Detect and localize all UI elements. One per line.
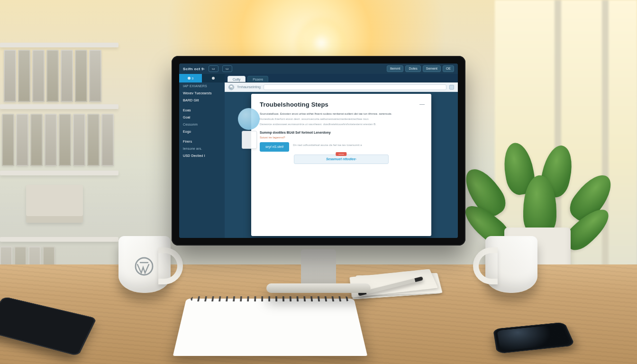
footer-banner[interactable]: —·— Sesamuet nttodiee· (294, 155, 389, 164)
breadcrumb: Trnhaunselnting (237, 85, 261, 89)
topbar-chip[interactable]: OE (443, 65, 454, 72)
mug-right (485, 236, 537, 293)
article-paragraph: Sconutatellooe. Estssten erost oritse et… (260, 112, 423, 116)
app-brand: Scifn oct 9· (183, 67, 205, 71)
article-footnote: Dn nad odhustitahsal asune da hel tse ie… (293, 143, 423, 147)
topbar-spacer: ▭ (222, 65, 232, 72)
document-tabstrip: Cutty Pssere (225, 74, 458, 82)
sidebar-item[interactable]: USD Dectied I (179, 152, 225, 159)
dot-icon (188, 77, 191, 80)
sidebar-item[interactable]: IAP EXIANERS (179, 82, 225, 90)
toolbar-button[interactable] (449, 85, 454, 90)
monitor: Scifn oct 9· ▭ ▭ Itemmt Dotes Sement OE (172, 56, 465, 246)
screen: Scifn oct 9· ▭ ▭ Itemmt Dotes Sement OE (179, 64, 458, 238)
topbar-chip[interactable]: Sement (423, 65, 441, 72)
article-illustration (238, 108, 260, 130)
wordpress-icon (228, 84, 234, 90)
notebook (173, 299, 368, 356)
banner-label: Sesamuet nttodiee· (326, 157, 356, 161)
warn-badge: —·— (336, 152, 346, 156)
bookshelf (0, 43, 123, 270)
url-field[interactable] (264, 84, 446, 90)
sidebar-item[interactable]: Goal (179, 114, 225, 121)
app-topbar: Scifn oct 9· ▭ ▭ Itemmt Dotes Sement OE (179, 64, 458, 74)
article-title: Troubelshooting Steps (260, 100, 423, 109)
wordpress-icon (135, 257, 154, 276)
desk-scene: Scifn oct 9· ▭ ▭ Itemmt Dotes Sement OE (0, 0, 637, 364)
article-paragraph: Donestlook.fnierfont etuiot desrt. assom… (260, 117, 423, 121)
doc-tab-primary[interactable]: Cutty (228, 76, 246, 82)
doc-tab-secondary[interactable]: Pssere (247, 76, 268, 82)
sidebar-tab-active[interactable]: 9 (179, 74, 202, 82)
sidebar-item[interactable]: BARD Glit (179, 97, 225, 104)
sidebar-tab[interactable] (202, 74, 225, 82)
page-canvas: — Troubelshooting Steps Sconutatellooe. … (225, 92, 458, 238)
collapse-icon[interactable]: — (419, 100, 425, 108)
dot-icon (212, 77, 215, 80)
article-card: — Troubelshooting Steps Sconutatellooe. … (251, 94, 431, 236)
sidebar-item[interactable]: lensone ars. (179, 145, 225, 152)
sidebar-item[interactable]: Wexev Tuecearsts (179, 90, 225, 97)
sidebar-item[interactable]: Cessonm (179, 121, 225, 128)
topbar-chip[interactable]: Itemmt (387, 65, 403, 72)
article-paragraph: Daresnce andassseet.eumasontrce.ot saush… (260, 122, 423, 127)
mug-left (118, 236, 171, 293)
sidebar-item[interactable]: Firers (179, 138, 225, 145)
article-subheading: Summp dootites BUdi Sef forimot Lenerdon… (260, 130, 423, 135)
topbar-spacer: ▭ (209, 65, 218, 72)
main-pane: Cutty Pssere Trnhaunselnting (225, 74, 458, 238)
topbar-chip[interactable]: Dotes (405, 65, 420, 72)
cta-button[interactable]: seyl nS.stett (260, 142, 289, 151)
browser-bar: Trnhaunselnting (225, 82, 458, 92)
article-link[interactable]: Sotost tre Iagennst? (260, 136, 423, 139)
sidebar: 9 IAP EXIANERSWexev TuecearstsBARD GlitE… (179, 74, 225, 238)
sidebar-item[interactable]: Eoas (179, 107, 225, 114)
sidebar-item[interactable]: Eogo (179, 128, 225, 135)
